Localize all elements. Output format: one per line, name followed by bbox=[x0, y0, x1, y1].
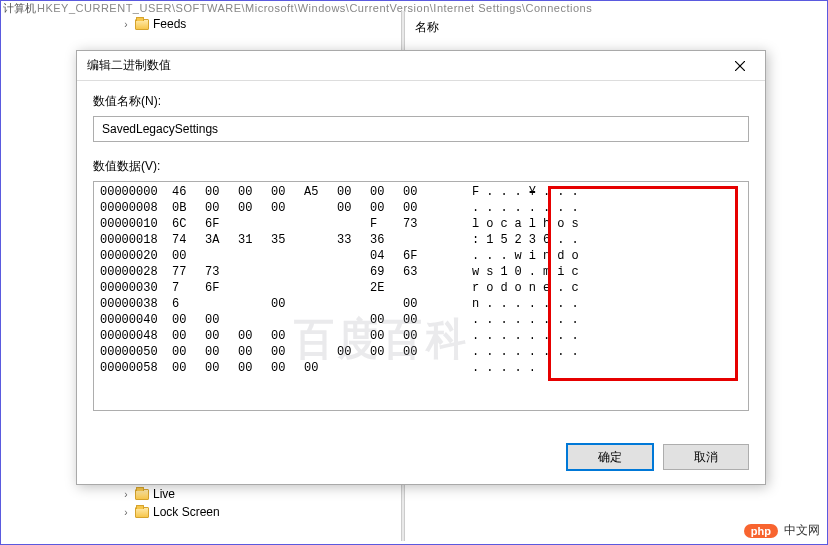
hex-byte[interactable] bbox=[205, 248, 238, 264]
cancel-button[interactable]: 取消 bbox=[663, 444, 749, 470]
hex-byte[interactable] bbox=[238, 296, 271, 312]
hex-byte[interactable] bbox=[337, 328, 370, 344]
hex-byte[interactable]: 36 bbox=[370, 232, 403, 248]
hex-byte[interactable]: 33 bbox=[337, 232, 370, 248]
hex-row[interactable]: 000000287773 6963ws10.mic bbox=[100, 264, 742, 280]
hex-byte[interactable]: 04 bbox=[370, 248, 403, 264]
hex-row[interactable]: 000000106C6F F 73localhos bbox=[100, 216, 742, 232]
close-button[interactable] bbox=[719, 52, 761, 80]
hex-byte[interactable]: 00 bbox=[370, 328, 403, 344]
hex-row[interactable]: 000000400000 0000........ bbox=[100, 312, 742, 328]
hex-byte[interactable]: 00 bbox=[172, 328, 205, 344]
hex-byte[interactable] bbox=[403, 360, 436, 376]
hex-byte[interactable]: 6F bbox=[403, 248, 436, 264]
hex-byte[interactable]: 00 bbox=[403, 328, 436, 344]
hex-byte[interactable]: 00 bbox=[403, 200, 436, 216]
hex-byte[interactable]: 00 bbox=[238, 328, 271, 344]
hex-row[interactable]: 0000005000000000 000000........ bbox=[100, 344, 742, 360]
hex-byte[interactable] bbox=[304, 216, 337, 232]
hex-byte[interactable] bbox=[304, 280, 337, 296]
hex-byte[interactable]: 73 bbox=[205, 264, 238, 280]
hex-byte[interactable] bbox=[238, 312, 271, 328]
hex-byte[interactable]: 00 bbox=[238, 200, 271, 216]
hex-row[interactable]: 0000000046000000A5000000F...¥... bbox=[100, 184, 742, 200]
hex-byte[interactable]: 35 bbox=[271, 232, 304, 248]
hex-byte[interactable] bbox=[271, 248, 304, 264]
hex-byte[interactable] bbox=[304, 328, 337, 344]
hex-byte[interactable]: 00 bbox=[403, 296, 436, 312]
hex-byte[interactable] bbox=[304, 296, 337, 312]
hex-byte[interactable] bbox=[337, 360, 370, 376]
tree-item[interactable]: › Lock Screen bbox=[81, 503, 401, 521]
hex-byte[interactable] bbox=[238, 216, 271, 232]
hex-byte[interactable]: 00 bbox=[271, 328, 304, 344]
hex-row[interactable]: 000000080B000000 000000........ bbox=[100, 200, 742, 216]
hex-byte[interactable] bbox=[337, 248, 370, 264]
hex-byte[interactable] bbox=[304, 232, 337, 248]
hex-byte[interactable] bbox=[337, 296, 370, 312]
hex-byte[interactable] bbox=[403, 280, 436, 296]
hex-byte[interactable]: A5 bbox=[304, 184, 337, 200]
value-name-field[interactable]: SavedLegacySettings bbox=[93, 116, 749, 142]
hex-byte[interactable]: 00 bbox=[172, 360, 205, 376]
hex-byte[interactable] bbox=[304, 248, 337, 264]
hex-byte[interactable]: 00 bbox=[205, 328, 238, 344]
hex-byte[interactable]: 00 bbox=[337, 184, 370, 200]
hex-byte[interactable] bbox=[271, 216, 304, 232]
hex-byte[interactable]: 31 bbox=[238, 232, 271, 248]
hex-byte[interactable]: 00 bbox=[370, 200, 403, 216]
hex-byte[interactable] bbox=[238, 248, 271, 264]
hex-byte[interactable]: 73 bbox=[403, 216, 436, 232]
hex-row[interactable]: 0000004800000000 0000........ bbox=[100, 328, 742, 344]
hex-byte[interactable] bbox=[304, 200, 337, 216]
hex-byte[interactable]: 69 bbox=[370, 264, 403, 280]
hex-byte[interactable] bbox=[337, 264, 370, 280]
hex-byte[interactable]: F bbox=[370, 216, 403, 232]
chevron-right-icon[interactable]: › bbox=[121, 19, 131, 30]
hex-byte[interactable]: 00 bbox=[403, 312, 436, 328]
hex-byte[interactable] bbox=[271, 264, 304, 280]
hex-byte[interactable]: 6 bbox=[172, 296, 205, 312]
hex-editor[interactable]: 0000000046000000A5000000F...¥...00000008… bbox=[93, 181, 749, 411]
hex-byte[interactable] bbox=[304, 264, 337, 280]
hex-byte[interactable]: 46 bbox=[172, 184, 205, 200]
hex-byte[interactable] bbox=[370, 296, 403, 312]
hex-byte[interactable]: 00 bbox=[205, 200, 238, 216]
hex-byte[interactable]: 00 bbox=[403, 184, 436, 200]
hex-byte[interactable] bbox=[238, 264, 271, 280]
hex-byte[interactable]: 00 bbox=[172, 248, 205, 264]
hex-byte[interactable] bbox=[337, 312, 370, 328]
hex-byte[interactable]: 00 bbox=[238, 344, 271, 360]
hex-byte[interactable] bbox=[370, 360, 403, 376]
hex-byte[interactable]: 00 bbox=[205, 312, 238, 328]
chevron-right-icon[interactable]: › bbox=[121, 489, 131, 500]
hex-byte[interactable]: 00 bbox=[271, 184, 304, 200]
hex-byte[interactable]: 00 bbox=[172, 312, 205, 328]
hex-row[interactable]: 000000307 6F 2E rodone.c bbox=[100, 280, 742, 296]
hex-byte[interactable]: 74 bbox=[172, 232, 205, 248]
hex-byte[interactable]: 00 bbox=[271, 360, 304, 376]
hex-byte[interactable]: 00 bbox=[337, 344, 370, 360]
tree-item[interactable]: › Live bbox=[81, 485, 401, 503]
hex-byte[interactable]: 00 bbox=[271, 200, 304, 216]
hex-byte[interactable]: 7 bbox=[172, 280, 205, 296]
hex-row[interactable]: 0000002000 046F...windo bbox=[100, 248, 742, 264]
hex-byte[interactable]: 0B bbox=[172, 200, 205, 216]
hex-byte[interactable]: 00 bbox=[205, 344, 238, 360]
hex-byte[interactable] bbox=[337, 216, 370, 232]
hex-byte[interactable]: 00 bbox=[370, 344, 403, 360]
hex-byte[interactable]: 2E bbox=[370, 280, 403, 296]
hex-byte[interactable]: 6C bbox=[172, 216, 205, 232]
hex-byte[interactable] bbox=[238, 280, 271, 296]
hex-byte[interactable]: 6F bbox=[205, 216, 238, 232]
hex-byte[interactable]: 00 bbox=[304, 360, 337, 376]
hex-byte[interactable]: 00 bbox=[370, 184, 403, 200]
hex-byte[interactable]: 00 bbox=[271, 344, 304, 360]
hex-byte[interactable]: 00 bbox=[337, 200, 370, 216]
hex-byte[interactable]: 77 bbox=[172, 264, 205, 280]
ok-button[interactable]: 确定 bbox=[567, 444, 653, 470]
hex-byte[interactable]: 00 bbox=[271, 296, 304, 312]
hex-row[interactable]: 000000580000000000..... bbox=[100, 360, 742, 376]
hex-byte[interactable]: 00 bbox=[205, 184, 238, 200]
chevron-right-icon[interactable]: › bbox=[121, 507, 131, 518]
